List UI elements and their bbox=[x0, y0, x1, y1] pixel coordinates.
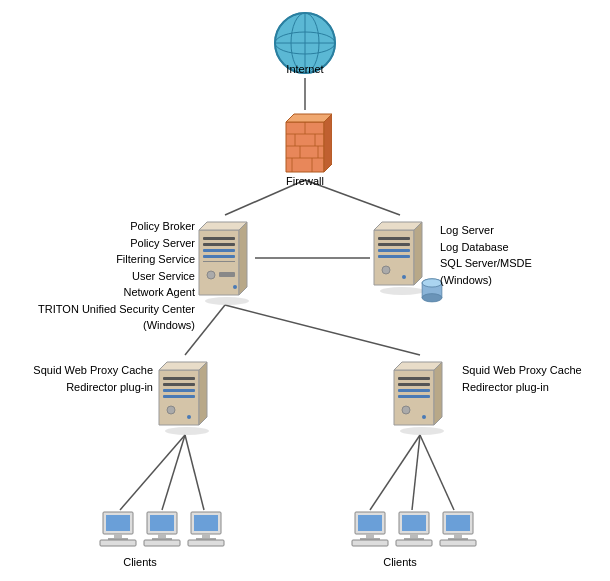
svg-rect-91 bbox=[188, 540, 224, 546]
svg-line-5 bbox=[225, 305, 420, 355]
svg-rect-49 bbox=[378, 249, 410, 252]
svg-rect-38 bbox=[203, 255, 235, 258]
svg-point-76 bbox=[422, 415, 426, 419]
client-icon-6 bbox=[438, 510, 480, 548]
svg-rect-104 bbox=[454, 534, 462, 538]
svg-rect-64 bbox=[163, 395, 195, 398]
svg-rect-63 bbox=[163, 389, 195, 392]
svg-line-7 bbox=[162, 435, 185, 510]
svg-line-10 bbox=[412, 435, 420, 510]
svg-rect-89 bbox=[202, 534, 210, 538]
firewall-icon bbox=[278, 110, 332, 180]
svg-rect-81 bbox=[100, 540, 136, 546]
svg-line-8 bbox=[185, 435, 204, 510]
svg-rect-79 bbox=[114, 534, 122, 538]
internet-label: Internet bbox=[272, 62, 338, 77]
clients-left-label: Clients bbox=[100, 556, 180, 568]
network-diagram: Internet Firewall bbox=[0, 0, 610, 581]
svg-rect-35 bbox=[203, 237, 235, 240]
svg-rect-72 bbox=[398, 383, 430, 386]
svg-rect-41 bbox=[219, 272, 235, 277]
main-server-icon bbox=[195, 215, 255, 305]
svg-rect-96 bbox=[352, 540, 388, 546]
svg-rect-47 bbox=[378, 237, 410, 240]
svg-rect-83 bbox=[150, 515, 174, 531]
clients-right-label: Clients bbox=[360, 556, 440, 568]
svg-point-52 bbox=[402, 275, 406, 279]
svg-rect-101 bbox=[396, 540, 432, 546]
svg-rect-74 bbox=[398, 395, 430, 398]
svg-line-6 bbox=[120, 435, 185, 510]
svg-marker-60 bbox=[199, 362, 207, 425]
svg-point-31 bbox=[205, 297, 249, 305]
svg-marker-20 bbox=[324, 114, 332, 172]
svg-point-67 bbox=[400, 427, 444, 435]
svg-point-56 bbox=[422, 279, 442, 287]
proxy-right-label: Squid Web Proxy CacheRedirector plug-in bbox=[462, 362, 602, 395]
svg-line-9 bbox=[370, 435, 420, 510]
svg-rect-78 bbox=[106, 515, 130, 531]
proxy-server-left-icon bbox=[155, 355, 215, 435]
svg-rect-88 bbox=[194, 515, 218, 531]
svg-rect-73 bbox=[398, 389, 430, 392]
main-server-label: Policy BrokerPolicy ServerFiltering Serv… bbox=[10, 218, 195, 334]
svg-marker-70 bbox=[434, 362, 442, 425]
svg-point-42 bbox=[233, 285, 237, 289]
svg-rect-99 bbox=[410, 534, 418, 538]
svg-point-55 bbox=[422, 294, 442, 302]
svg-rect-103 bbox=[446, 515, 470, 531]
client-icon-3 bbox=[186, 510, 228, 548]
svg-point-75 bbox=[402, 406, 410, 414]
svg-point-40 bbox=[207, 271, 215, 279]
client-icon-2 bbox=[142, 510, 184, 548]
client-icon-5 bbox=[394, 510, 436, 548]
client-icon-1 bbox=[98, 510, 140, 548]
svg-rect-98 bbox=[402, 515, 426, 531]
svg-marker-34 bbox=[239, 222, 247, 295]
svg-rect-62 bbox=[163, 383, 195, 386]
log-server-label: Log ServerLog DatabaseSQL Server/MSDE(Wi… bbox=[440, 222, 600, 288]
svg-rect-71 bbox=[398, 377, 430, 380]
svg-rect-39 bbox=[203, 261, 235, 262]
svg-rect-37 bbox=[203, 249, 235, 252]
client-icon-4 bbox=[350, 510, 392, 548]
svg-point-51 bbox=[382, 266, 390, 274]
proxy-left-label: Squid Web Proxy CacheRedirector plug-in bbox=[28, 362, 153, 395]
svg-rect-36 bbox=[203, 243, 235, 246]
svg-rect-61 bbox=[163, 377, 195, 380]
svg-rect-86 bbox=[144, 540, 180, 546]
firewall-label: Firewall bbox=[275, 174, 335, 189]
proxy-server-right-icon bbox=[390, 355, 450, 435]
svg-point-66 bbox=[187, 415, 191, 419]
svg-line-11 bbox=[420, 435, 454, 510]
svg-rect-94 bbox=[366, 534, 374, 538]
svg-marker-46 bbox=[414, 222, 422, 285]
svg-point-57 bbox=[165, 427, 209, 435]
svg-rect-48 bbox=[378, 243, 410, 246]
svg-rect-84 bbox=[158, 534, 166, 538]
svg-rect-93 bbox=[358, 515, 382, 531]
svg-rect-106 bbox=[440, 540, 476, 546]
svg-point-65 bbox=[167, 406, 175, 414]
svg-rect-50 bbox=[378, 255, 410, 258]
